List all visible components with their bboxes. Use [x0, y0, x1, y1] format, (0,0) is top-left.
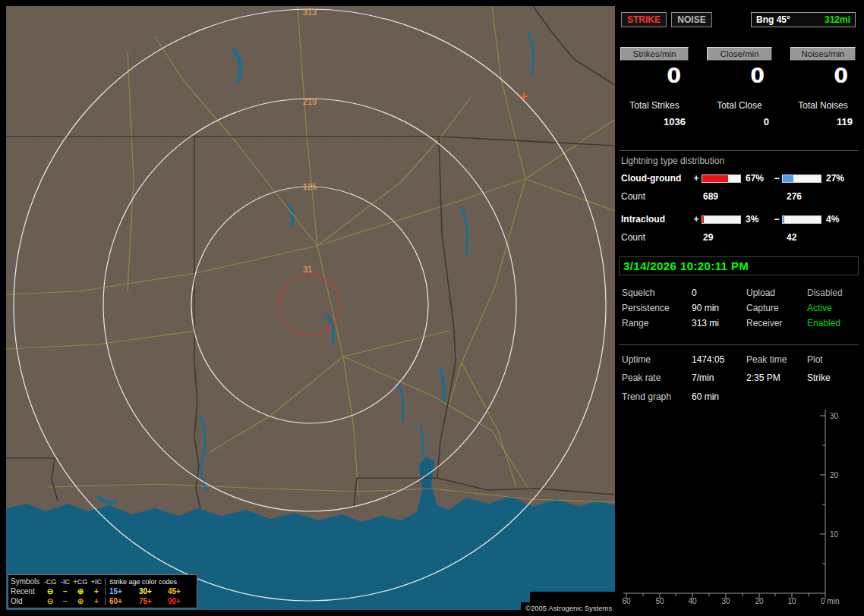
trend-graph: 30 20 10 60 50 40 30 20 10 0 min — [619, 405, 859, 607]
map-canvas[interactable]: 313 219 125 31 — [6, 6, 615, 610]
ic-positive-count: 29 — [702, 232, 785, 243]
noises-per-min-button[interactable]: Noises/min — [790, 47, 856, 61]
total-close-value: 0 — [707, 116, 772, 127]
plus-sign: + — [691, 214, 702, 225]
trend-graph-label: Trend graph — [622, 391, 692, 402]
ic-negative-count: 42 — [785, 232, 861, 243]
ring-label-313: 313 — [303, 8, 317, 17]
neg-ic-icon: − — [58, 597, 73, 605]
age-code-30: 30+ — [135, 587, 164, 596]
uptime-value: 1474:05 — [692, 354, 746, 365]
divider — [619, 344, 859, 345]
plot-label: Plot — [807, 354, 859, 365]
age-code-90: 90+ — [164, 597, 191, 605]
ic-negative-bar — [782, 215, 821, 224]
plot-value: Strike — [807, 372, 859, 383]
strikes-per-min-value: 0 — [620, 64, 689, 87]
peak-time-label: Peak time — [746, 354, 807, 365]
ic-negative-pct: 4% — [821, 214, 850, 225]
trend-y-tick-20: 20 — [830, 471, 839, 479]
legend-row-old: Old ⊖ − ⊕ + 60+ 75+ 90+ — [11, 596, 194, 606]
trend-y-tick-10: 10 — [830, 530, 839, 539]
range-label: Range — [622, 318, 692, 328]
trend-origin-label: 0 min — [821, 597, 839, 605]
legend-header-row: Symbols -CG -IC +CG +IC Strike age color… — [11, 577, 194, 586]
receiver-label: Receiver — [746, 318, 807, 328]
neg-ic-icon: − — [58, 587, 73, 596]
rate-value-row: 0 0 0 — [619, 64, 859, 87]
upload-label: Upload — [746, 288, 807, 298]
bearing-range: 312mi — [825, 14, 850, 25]
squelch-label: Squelch — [622, 288, 692, 298]
persistence-value: 90 min — [692, 303, 746, 313]
legend-age-title: Strike age color codes — [105, 578, 191, 586]
upload-value: Disabled — [807, 288, 859, 298]
peak-rate-label: Peak rate — [622, 372, 692, 383]
peak-rate-value: 7/min — [692, 372, 746, 383]
trend-x-tick-20: 20 — [755, 597, 764, 605]
status-grid: Squelch 0 Upload Disabled Persistence 90… — [619, 285, 859, 331]
cg-positive-bar — [702, 174, 741, 183]
total-value-row: 1036 0 119 — [619, 116, 859, 127]
legend-old-label: Old — [11, 597, 43, 605]
noises-per-min-value: 0 — [790, 64, 856, 87]
close-per-min-value: 0 — [707, 64, 772, 87]
pos-ic-icon: + — [88, 587, 105, 596]
trend-x-tick-60: 60 — [622, 597, 631, 605]
count-label: Count — [621, 232, 691, 243]
plus-sign: + — [691, 173, 702, 184]
pos-ic-icon: + — [88, 597, 105, 605]
cg-positive-pct: 67% — [741, 173, 771, 184]
cg-negative-bar — [782, 174, 821, 183]
cg-positive-count: 689 — [702, 191, 785, 202]
cloud-ground-count-row: Count 689 276 — [619, 191, 859, 202]
strikes-per-min-button[interactable]: Strikes/min — [620, 47, 689, 61]
strike-legend: Symbols -CG -IC +CG +IC Strike age color… — [8, 574, 197, 608]
legend-col-pos-cg: +CG — [73, 578, 88, 586]
cloud-ground-label: Cloud-ground — [621, 173, 691, 184]
ring-label-31: 31 — [303, 265, 312, 274]
range-value: 313 mi — [692, 318, 746, 328]
age-code-15: 15+ — [105, 587, 135, 596]
noise-mode-button[interactable]: NOISE — [671, 12, 711, 27]
close-per-min-button[interactable]: Close/min — [707, 47, 772, 61]
ring-label-125: 125 — [303, 182, 317, 191]
distribution-title: Lightning type distribution — [619, 156, 859, 166]
trend-label-row: Trend graph 60 min — [619, 391, 859, 402]
divider — [619, 150, 859, 151]
pos-cg-icon: ⊕ — [73, 597, 88, 605]
trend-x-tick-30: 30 — [721, 597, 730, 605]
legend-col-pos-ic: +IC — [88, 578, 105, 586]
radar-map[interactable]: 313 219 125 31 Symbols -CG -IC +CG +IC S… — [6, 6, 615, 610]
cg-negative-pct: 27% — [821, 173, 850, 184]
capture-value: Active — [807, 303, 859, 313]
mode-row: STRIKE NOISE Bng 45° 312mi — [619, 12, 859, 29]
pos-cg-icon: ⊕ — [73, 587, 88, 596]
age-code-60: 60+ — [105, 597, 135, 605]
total-label-row: Total Strikes Total Close Total Noises — [619, 100, 859, 111]
rate-header-row: Strikes/min Close/min Noises/min — [619, 47, 859, 61]
minus-sign: − — [771, 214, 782, 225]
ic-positive-bar — [702, 215, 741, 224]
persistence-label: Persistence — [622, 303, 692, 313]
trend-axes — [623, 410, 825, 599]
trend-y-tick-30: 30 — [830, 412, 839, 420]
stats-grid: Uptime 1474:05 Peak time Plot Peak rate … — [619, 350, 859, 387]
trend-window-value: 60 min — [692, 391, 859, 402]
bearing-label: Bng 45° — [756, 14, 790, 25]
ic-positive-pct: 3% — [741, 214, 771, 225]
minus-sign: − — [771, 173, 782, 184]
copyright-text: ©2005 Astrogenic Systems — [521, 602, 616, 614]
total-noises-value: 119 — [790, 116, 856, 127]
total-close-label: Total Close — [707, 100, 772, 111]
age-code-75: 75+ — [135, 597, 164, 605]
intracloud-label: Intracloud — [621, 214, 691, 225]
trend-x-tick-10: 10 — [787, 597, 796, 605]
cg-negative-count: 276 — [785, 191, 861, 202]
total-noises-label: Total Noises — [790, 100, 856, 111]
receiver-value: Enabled — [807, 318, 859, 328]
strike-mode-button[interactable]: STRIKE — [621, 12, 667, 27]
legend-col-neg-cg: -CG — [43, 578, 58, 586]
legend-symbols-title: Symbols — [11, 577, 43, 586]
age-code-45: 45+ — [164, 587, 191, 596]
